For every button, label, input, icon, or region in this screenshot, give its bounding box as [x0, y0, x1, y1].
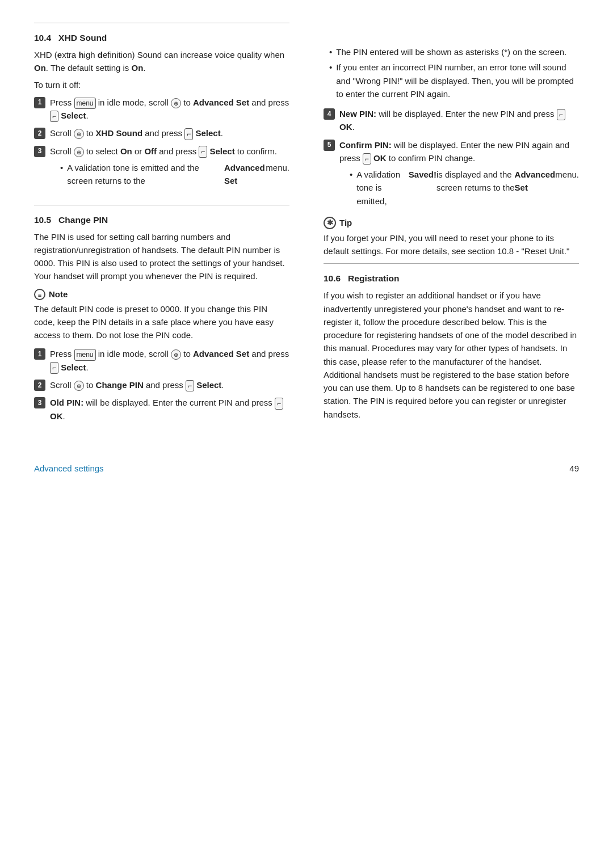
pin-step5-content: Confirm PIN: will be displayed. Enter th… [339, 138, 579, 211]
xhd-step-2: 2 Scroll ⊕ to XHD Sound and press ⌐ Sele… [34, 127, 289, 140]
tip-icon: ✱ [324, 217, 336, 229]
divider-reg [324, 263, 579, 264]
right-col-top-bullets-area: The PIN entered will be shown as asteris… [324, 45, 579, 100]
pin-steps-cont: 4 New PIN: will be displayed. Enter the … [324, 107, 579, 211]
pin-section-num: 10.5 [34, 215, 51, 225]
scroll-icon-4: ⊕ [171, 349, 181, 360]
step-num-2: 2 [34, 128, 45, 139]
scroll-icon-3: ⊕ [74, 147, 84, 157]
xhd-step3-bullet: A validation tone is emitted and the scr… [60, 161, 289, 188]
pin-step-1: 1 Press menu in idle mode, scroll ⊕ to A… [34, 347, 289, 374]
pin-steps-list: 1 Press menu in idle mode, scroll ⊕ to A… [34, 347, 289, 423]
page-layout: 10.4 XHD Sound XHD (extra high definitio… [34, 23, 579, 436]
pin-step-num-3: 3 [34, 397, 45, 408]
divider-pin [34, 205, 289, 205]
pin-step-num-2: 2 [34, 380, 45, 391]
pin-step-num-5: 5 [324, 140, 335, 151]
section-change-pin: 10.5 Change PIN The PIN is used for sett… [34, 205, 289, 423]
tip-label-text: Tip [339, 218, 352, 227]
pin-note-box: ≡ Note The default PIN code is preset to… [34, 289, 289, 342]
select-key-2: ⌐ [184, 128, 193, 140]
xhd-step2-content: Scroll ⊕ to XHD Sound and press ⌐ Select… [50, 127, 289, 140]
xhd-step-1: 1 Press menu in idle mode, scroll ⊕ to A… [34, 96, 289, 123]
tip-box: ✱ Tip If you forget your PIN, you will n… [324, 217, 579, 258]
ok-key-3: ⌐ [363, 153, 371, 165]
pin-step-5: 5 Confirm PIN: will be displayed. Enter … [324, 138, 579, 211]
xhd-step-3: 3 Scroll ⊕ to select On or Off and press… [34, 145, 289, 191]
footer-section-label: Advanced settings [34, 464, 104, 473]
select-key-4: ⌐ [50, 362, 58, 374]
select-key-3: ⌐ [199, 146, 207, 158]
pin-step-3: 3 Old PIN: will be displayed. Enter the … [34, 396, 289, 423]
pin-section-name: Change PIN [58, 215, 108, 225]
section-xhd-title: 10.4 XHD Sound [34, 31, 289, 45]
section-xhd: 10.4 XHD Sound XHD (extra high definitio… [34, 23, 289, 191]
select-key-5: ⌐ [186, 380, 194, 392]
pin-step-num-4: 4 [324, 108, 335, 120]
section-reg-title: 10.6 Registration [324, 272, 579, 285]
reg-section-num: 10.6 [324, 273, 341, 283]
xhd-intro: XHD (extra high definition) Sound can in… [34, 48, 289, 75]
select-key-1: ⌐ [50, 111, 58, 123]
pin-step-num-1: 1 [34, 348, 45, 360]
ok-key-2: ⌐ [557, 109, 565, 121]
pin-step5-bullet: A validation tone is emitted, Saved! is … [350, 168, 579, 208]
pin-step4-content: New PIN: will be displayed. Enter the ne… [339, 107, 579, 134]
scroll-icon-2: ⊕ [74, 129, 84, 139]
pin-step2-content: Scroll ⊕ to Change PIN and press ⌐ Selec… [50, 378, 289, 391]
pin-intro: The PIN is used for setting call barring… [34, 230, 289, 283]
pin-step5-bullets: A validation tone is emitted, Saved! is … [350, 168, 579, 208]
tip-label: ✱ Tip [324, 217, 579, 229]
note-label-text: Note [49, 289, 68, 299]
pin-bullets-list: The PIN entered will be shown as asteris… [329, 45, 579, 100]
divider-top [34, 23, 289, 23]
xhd-steps-list: 1 Press menu in idle mode, scroll ⊕ to A… [34, 96, 289, 191]
page-footer: Advanced settings 49 [34, 459, 579, 473]
pin-bullet-2: If you enter an incorrect PIN number, an… [329, 61, 579, 100]
pin-note-text: The default PIN code is preset to 0000. … [34, 302, 289, 342]
scroll-icon-5: ⊕ [74, 381, 84, 391]
xhd-step1-content: Press menu in idle mode, scroll ⊕ to Adv… [50, 96, 289, 123]
step-num-1: 1 [34, 97, 45, 108]
scroll-icon-1: ⊕ [171, 98, 181, 108]
pin-step3-content: Old PIN: will be displayed. Enter the cu… [50, 396, 289, 423]
left-column: 10.4 XHD Sound XHD (extra high definitio… [34, 23, 295, 436]
ok-key-1: ⌐ [275, 398, 283, 410]
tip-text: If you forget your PIN, you will need to… [324, 231, 579, 258]
section-registration: 10.6 Registration If you wish to registe… [324, 263, 579, 421]
menu-key: menu [74, 98, 96, 109]
section-pin-title: 10.5 Change PIN [34, 213, 289, 227]
reg-section-name: Registration [348, 273, 399, 283]
xhd-step3-content: Scroll ⊕ to select On or Off and press ⌐… [50, 145, 289, 191]
pin-step-4: 4 New PIN: will be displayed. Enter the … [324, 107, 579, 134]
xhd-step3-bullets: A validation tone is emitted and the scr… [60, 161, 289, 188]
menu-key-2: menu [74, 349, 96, 361]
pin-bullet-1: The PIN entered will be shown as asteris… [329, 45, 579, 58]
xhd-section-num: 10.4 [34, 33, 51, 43]
pin-step-2: 2 Scroll ⊕ to Change PIN and press ⌐ Sel… [34, 378, 289, 391]
step-num-3: 3 [34, 146, 45, 157]
pin-note-label: ≡ Note [34, 289, 289, 300]
note-icon: ≡ [34, 289, 45, 300]
reg-text: If you wish to register an additional ha… [324, 289, 579, 421]
pin-step1-content: Press menu in idle mode, scroll ⊕ to Adv… [50, 347, 289, 374]
right-column: The PIN entered will be shown as asteris… [318, 23, 579, 436]
xhd-section-name: XHD Sound [58, 33, 107, 43]
footer-page-number: 49 [569, 464, 579, 473]
xhd-to-turn-off: To turn it off: [34, 78, 289, 91]
